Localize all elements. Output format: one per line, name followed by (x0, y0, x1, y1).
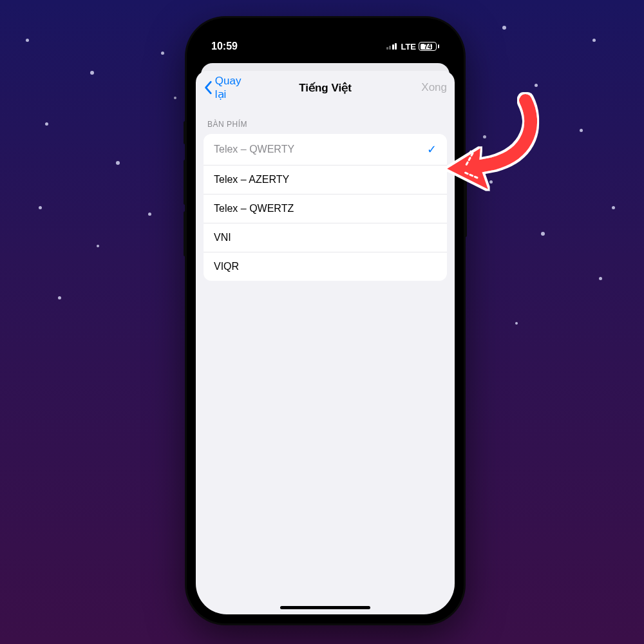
mute-switch (184, 121, 187, 144)
status-time: 10:59 (211, 41, 238, 52)
list-item-label: VIQR (214, 261, 239, 272)
keyboard-list: Telex – QWERTY ✓ Telex – AZERTY Telex – … (204, 134, 447, 281)
notch (267, 27, 383, 46)
nav-bar: Quay lại Tiếng Việt Xong (196, 71, 455, 104)
power-button (464, 173, 467, 237)
list-item-label: Telex – AZERTY (214, 174, 289, 185)
page-title: Tiếng Việt (255, 81, 395, 95)
section-header: BÀN PHÍM (196, 104, 455, 134)
checkmark-icon: ✓ (427, 142, 437, 156)
network-label: LTE (401, 42, 416, 52)
screen: 10:59 LTE 74 Quay lại (196, 27, 455, 614)
back-button[interactable]: Quay lại (204, 75, 255, 101)
battery-icon: 74 (419, 42, 439, 51)
keyboard-option-viqr[interactable]: VIQR (204, 252, 447, 281)
phone-frame: 10:59 LTE 74 Quay lại (187, 18, 464, 623)
cellular-signal-icon (386, 43, 397, 50)
keyboard-option-vni[interactable]: VNI (204, 223, 447, 252)
keyboard-option-telex-azerty[interactable]: Telex – AZERTY (204, 166, 447, 194)
keyboard-option-telex-qwerty[interactable]: Telex – QWERTY ✓ (204, 134, 447, 166)
list-item-label: Telex – QWERTY (214, 144, 294, 155)
back-label: Quay lại (215, 75, 255, 101)
svg-line-0 (466, 153, 473, 165)
settings-sheet: Quay lại Tiếng Việt Xong BÀN PHÍM Telex … (196, 71, 455, 614)
keyboard-option-telex-qwertz[interactable]: Telex – QWERTZ (204, 194, 447, 223)
list-item-label: Telex – QWERTZ (214, 203, 294, 214)
home-indicator (280, 606, 370, 609)
list-item-label: VNI (214, 232, 231, 243)
volume-up-button (184, 160, 187, 205)
volume-down-button (184, 211, 187, 256)
done-button[interactable]: Xong (395, 81, 447, 94)
chevron-left-icon (204, 80, 213, 95)
